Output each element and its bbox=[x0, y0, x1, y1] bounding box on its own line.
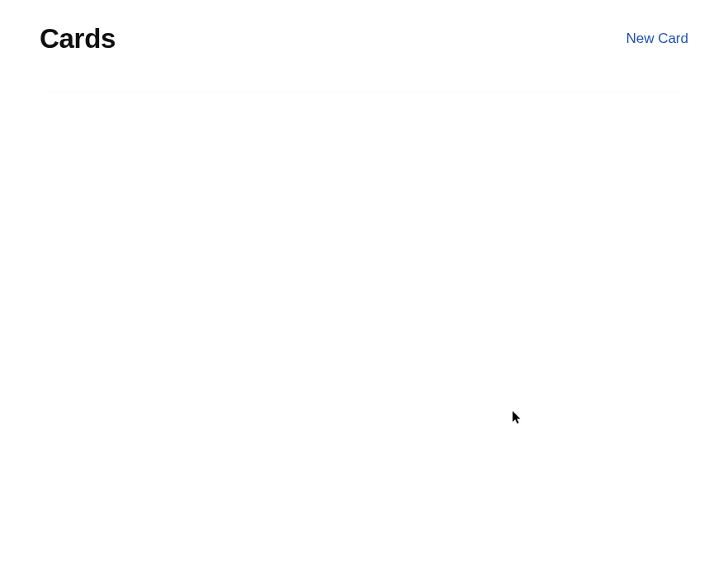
cards-page: Cards New Card bbox=[0, 0, 728, 586]
header-row: Cards New Card bbox=[40, 23, 688, 54]
new-card-button[interactable]: New Card bbox=[626, 31, 688, 47]
page-title: Cards bbox=[40, 23, 116, 54]
cards-panel bbox=[40, 83, 688, 91]
